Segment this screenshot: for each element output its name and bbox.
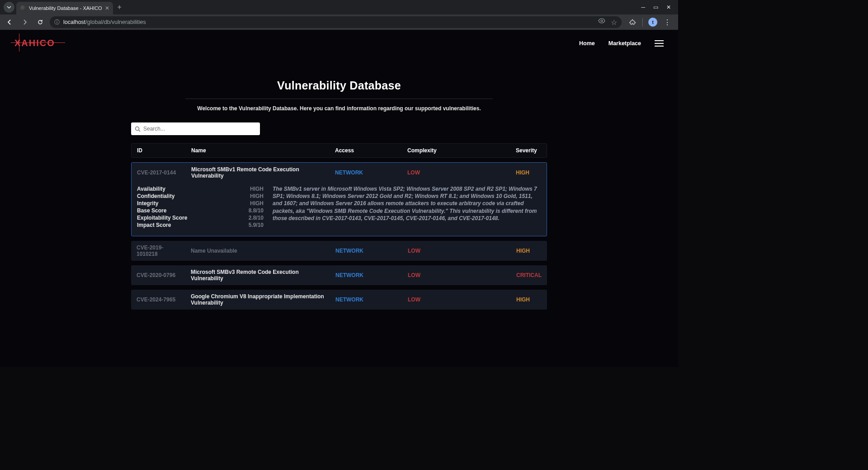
tab-title: Vulnerability Database - XAHICO [29, 5, 102, 11]
cell-severity: HIGH [511, 244, 547, 258]
toolbar-divider [642, 18, 643, 26]
logo[interactable]: XAHICO [14, 38, 55, 48]
svg-line-2 [139, 130, 141, 132]
maximize-button[interactable]: ▭ [653, 4, 658, 10]
row-summary[interactable]: CVE-2020-0796 Microsoft SMBv3 Remote Cod… [131, 265, 547, 285]
eye-icon[interactable] [598, 18, 605, 27]
reload-icon [37, 19, 43, 25]
col-header-severity: Severity [510, 144, 547, 157]
metric-value: HIGH [250, 200, 264, 207]
row-summary[interactable]: CVE-2017-0144 Microsoft SMBv1 Remote Cod… [132, 163, 547, 183]
tab-close-button[interactable]: ✕ [105, 5, 109, 11]
cell-complexity: LOW [402, 293, 511, 306]
main-content: Vulnerability Database Welcome to the Vu… [122, 79, 556, 310]
title-divider [185, 99, 493, 99]
tab-search-button[interactable] [4, 2, 14, 13]
cell-severity: HIGH [511, 293, 547, 306]
search-icon [135, 126, 141, 132]
metric-value: HIGH [250, 193, 264, 199]
metric-label: Base Score [137, 207, 166, 214]
arrow-right-icon [22, 19, 28, 25]
profile-avatar[interactable]: t [648, 18, 657, 27]
cell-id: CVE-2017-0144 [132, 166, 186, 179]
window-controls: ─ ▭ ✕ [641, 4, 675, 10]
cell-name: Google Chromium V8 Inappropriate Impleme… [185, 290, 330, 310]
cell-name: Microsoft SMBv1 Remote Code Execution Vu… [186, 163, 330, 183]
col-header-access: Access [330, 144, 402, 157]
metrics-panel: AvailabilityHIGH ConfidentialityHIGH Int… [137, 185, 264, 229]
cell-access: NETWORK [330, 166, 402, 179]
metric-label: Exploitability Score [137, 215, 187, 221]
cell-complexity: LOW [402, 268, 511, 282]
table-row: CVE-2017-0144 Microsoft SMBv1 Remote Cod… [131, 162, 547, 236]
page-title: Vulnerability Database [131, 79, 547, 92]
row-summary[interactable]: CVE-2019-1010218 Name Unavailable NETWOR… [131, 241, 547, 261]
reload-button[interactable] [34, 16, 46, 28]
metric-label: Integrity [137, 200, 158, 207]
row-summary[interactable]: CVE-2024-7965 Google Chromium V8 Inappro… [131, 290, 547, 310]
cell-access: NETWORK [330, 268, 402, 282]
extensions-button[interactable] [628, 18, 637, 27]
back-button[interactable] [4, 16, 15, 28]
col-header-name: Name [186, 144, 330, 157]
table-header: ID Name Access Complexity Severity [131, 143, 547, 158]
search-input[interactable] [143, 126, 256, 132]
description-text: The SMBv1 server in Microsoft Windows Vi… [273, 185, 541, 229]
cell-severity: HIGH [510, 166, 547, 179]
forward-button[interactable] [19, 16, 31, 28]
site-info-icon[interactable]: ⓘ [54, 19, 60, 26]
welcome-text: Welcome to the Vulnerability Database. H… [131, 105, 547, 112]
primary-nav: Home Marketplace [579, 40, 664, 47]
svg-point-0 [601, 20, 603, 22]
hamburger-menu-button[interactable] [655, 40, 664, 47]
page-content: XAHICO Home Marketplace Vulnerability Da… [0, 30, 678, 367]
puzzle-icon [629, 19, 636, 26]
favicon-icon [20, 5, 26, 11]
address-bar[interactable]: ⓘ localhost/global/db/vulnerabilities ☆ [50, 16, 622, 28]
metric-value: 2.8/10 [249, 215, 264, 221]
metric-value: 5.9/10 [249, 222, 264, 228]
browser-menu-button[interactable]: ⋮ [663, 18, 672, 27]
nav-home[interactable]: Home [579, 40, 595, 47]
metric-value: 8.8/10 [249, 207, 264, 214]
new-tab-button[interactable]: + [113, 3, 126, 11]
browser-tab[interactable]: Vulnerability Database - XAHICO ✕ [16, 2, 113, 14]
vulnerability-table: ID Name Access Complexity Severity CVE-2… [131, 143, 547, 310]
cell-access: NETWORK [330, 293, 402, 306]
col-header-complexity: Complexity [402, 144, 510, 157]
url-text: localhost/global/db/vulnerabilities [63, 19, 146, 25]
row-details: AvailabilityHIGH ConfidentialityHIGH Int… [132, 183, 547, 236]
metric-label: Availability [137, 186, 165, 192]
nav-marketplace[interactable]: Marketplace [609, 40, 641, 47]
cell-id: CVE-2019-1010218 [131, 241, 185, 261]
col-header-id: ID [132, 144, 186, 157]
cell-name: Name Unavailable [185, 244, 330, 258]
cell-name: Microsoft SMBv3 Remote Code Execution Vu… [185, 265, 330, 285]
search-box[interactable] [131, 122, 260, 135]
cell-complexity: LOW [402, 244, 511, 258]
close-window-button[interactable]: ✕ [666, 4, 671, 10]
chevron-down-icon [7, 5, 11, 9]
browser-toolbar: ⓘ localhost/global/db/vulnerabilities ☆ … [0, 14, 678, 30]
minimize-button[interactable]: ─ [641, 4, 645, 10]
metric-value: HIGH [250, 186, 264, 192]
browser-tab-strip: Vulnerability Database - XAHICO ✕ + ─ ▭ … [0, 0, 678, 14]
table-row: CVE-2020-0796 Microsoft SMBv3 Remote Cod… [131, 265, 547, 285]
cell-id: CVE-2024-7965 [131, 293, 185, 306]
bookmark-star-icon[interactable]: ☆ [611, 18, 617, 27]
cell-access: NETWORK [330, 244, 402, 258]
svg-point-1 [136, 127, 139, 130]
cell-id: CVE-2020-0796 [131, 268, 185, 282]
metric-label: Impact Score [137, 222, 171, 228]
arrow-left-icon [6, 19, 13, 25]
cell-complexity: LOW [402, 166, 510, 179]
site-header: XAHICO Home Marketplace [0, 30, 678, 56]
table-row: CVE-2019-1010218 Name Unavailable NETWOR… [131, 241, 547, 261]
metric-label: Confidentiality [137, 193, 175, 199]
cell-severity: CRITICAL [511, 268, 547, 282]
table-row: CVE-2024-7965 Google Chromium V8 Inappro… [131, 290, 547, 310]
